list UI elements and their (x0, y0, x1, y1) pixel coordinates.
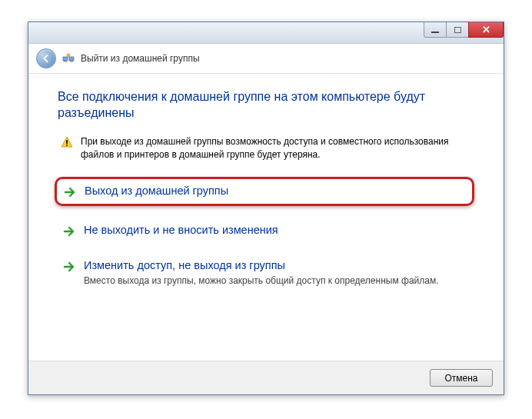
svg-rect-2 (64, 61, 67, 62)
option-body: Не выходить и не вносить изменения (84, 223, 470, 238)
option-description: Вместо выхода из группы, можно закрыть о… (84, 274, 470, 288)
window-title: Выйти из домашней группы (81, 53, 200, 64)
svg-point-4 (67, 54, 70, 57)
svg-rect-6 (66, 145, 68, 146)
cancel-button[interactable]: Отмена (430, 369, 493, 387)
svg-rect-0 (63, 57, 68, 61)
svg-rect-1 (69, 57, 74, 61)
maximize-button[interactable] (446, 22, 469, 38)
warning-text: При выходе из домашней группы возможност… (81, 135, 474, 162)
footer: Отмена (28, 361, 504, 394)
option-stay[interactable]: Не выходить и не вносить изменения (58, 217, 474, 244)
option-leave-homegroup[interactable]: Выход из домашней группы (55, 177, 474, 206)
arrow-right-icon (62, 224, 76, 238)
arrow-right-icon (63, 185, 77, 199)
svg-rect-3 (70, 61, 73, 62)
warning-icon (61, 136, 73, 148)
header-row: Выйти из домашней группы (28, 44, 504, 74)
option-title: Не выходить и не вносить изменения (84, 223, 470, 238)
main-heading: Все подключения к домашней группе на это… (58, 89, 474, 121)
option-body: Изменить доступ, не выходя из группы Вме… (84, 258, 470, 288)
option-change-access[interactable]: Изменить доступ, не выходя из группы Вме… (58, 252, 474, 294)
svg-rect-5 (66, 140, 68, 144)
warning-row: При выходе из домашней группы возможност… (58, 135, 474, 162)
arrow-right-icon (62, 260, 76, 274)
back-button[interactable] (36, 48, 56, 68)
titlebar: ✕ (28, 22, 504, 44)
content-area: Все подключения к домашней группе на это… (28, 74, 504, 294)
homegroup-icon (62, 52, 75, 65)
back-arrow-icon (41, 53, 52, 64)
window-controls: ✕ (424, 22, 504, 38)
option-body: Выход из домашней группы (85, 184, 466, 198)
option-title: Выход из домашней группы (85, 184, 466, 198)
dialog-window: ✕ Выйти из домашней группы Все подключен… (28, 22, 504, 395)
option-title: Изменить доступ, не выходя из группы (84, 258, 470, 273)
close-button[interactable]: ✕ (468, 22, 504, 38)
minimize-button[interactable] (424, 22, 447, 38)
